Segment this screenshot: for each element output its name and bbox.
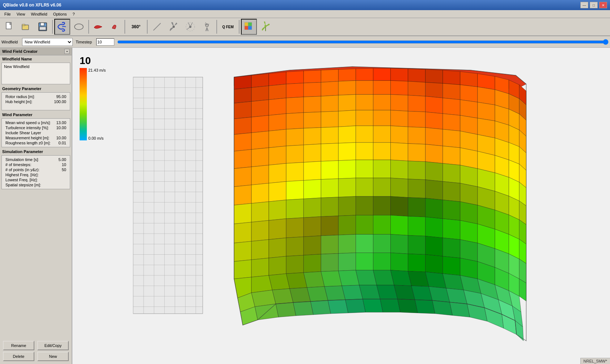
windfield-select[interactable]: New Windfield [22, 38, 73, 46]
status-bar: NREL_5MW* [580, 358, 610, 364]
delete-button[interactable]: Delete [3, 352, 34, 361]
svg-marker-68 [356, 68, 373, 81]
svg-marker-218 [460, 202, 478, 224]
svg-marker-253 [443, 238, 460, 258]
svg-marker-234 [425, 217, 443, 238]
new-file-button[interactable] [1, 19, 17, 35]
svg-marker-264 [321, 254, 338, 272]
svg-marker-191 [304, 179, 321, 199]
toolbar-separator-6 [239, 20, 240, 34]
svg-marker-279 [269, 274, 290, 290]
rotor-blade-button[interactable] [107, 19, 123, 35]
svg-marker-136 [286, 128, 304, 146]
airfoil-shape-button[interactable] [90, 19, 106, 35]
save-file-button[interactable] [35, 19, 51, 35]
svg-marker-268 [391, 253, 408, 271]
svg-marker-195 [373, 178, 390, 196]
svg-marker-187 [234, 185, 251, 205]
svg-marker-197 [408, 179, 425, 198]
svg-marker-298 [307, 287, 328, 301]
windfield-name-section-title: Windfield Name [0, 55, 72, 62]
menu-options[interactable]: Options [50, 11, 70, 17]
svg-marker-123 [373, 110, 390, 126]
menu-windfield[interactable]: Windfield [28, 11, 50, 17]
svg-marker-63 [269, 72, 286, 86]
svg-marker-171 [269, 164, 286, 183]
new-button[interactable]: New [37, 352, 69, 361]
svg-marker-182 [460, 165, 478, 187]
svg-marker-200 [460, 183, 478, 205]
svg-marker-122 [356, 110, 373, 126]
svg-marker-284 [356, 270, 377, 285]
svg-marker-111 [478, 102, 495, 121]
svg-marker-252 [425, 236, 443, 256]
panel-buttons: Rename Edit/Copy Delete New [0, 338, 72, 364]
svg-marker-315 [310, 300, 331, 314]
minimize-button[interactable]: — [580, 2, 588, 8]
svg-marker-124 [391, 110, 408, 127]
svg-marker-137 [304, 127, 321, 145]
airfoil-mode-button[interactable] [71, 19, 87, 35]
close-button[interactable]: ✕ [599, 2, 607, 8]
svg-point-6 [75, 24, 83, 30]
svg-marker-89 [408, 81, 425, 96]
svg-marker-169 [234, 167, 251, 187]
svg-rect-23 [248, 22, 252, 26]
wind-section-title: Wind Parameter [0, 111, 72, 118]
wind-section-box: Mean wind speed u [m/s]: 13.00 Turbulenc… [1, 118, 70, 147]
svg-marker-300 [342, 285, 363, 300]
svg-marker-70 [391, 68, 408, 81]
panel-close-button[interactable]: ▪ [64, 49, 69, 54]
timestep-input[interactable] [96, 38, 114, 46]
svg-marker-301 [359, 285, 380, 299]
viz-mode-button[interactable] [241, 19, 257, 35]
svg-marker-198 [425, 180, 443, 200]
color-scale: 10 21.43 m/s 0.00 m/s [80, 55, 106, 140]
svg-line-12 [187, 27, 190, 30]
360-button[interactable]: 360° [127, 19, 145, 35]
line-button[interactable] [149, 19, 165, 35]
svg-marker-175 [338, 160, 356, 179]
svg-rect-2 [22, 24, 25, 26]
viz-area: 10 21.43 m/s 0.00 m/s [72, 48, 610, 364]
toolbar-separator-3 [124, 20, 125, 34]
svg-marker-106 [391, 94, 408, 111]
svg-marker-110 [460, 100, 478, 118]
svg-marker-261 [269, 256, 286, 275]
svg-marker-296 [272, 289, 293, 304]
left-panel: Wind Field Creator ▪ Windfield Name New … [0, 48, 72, 364]
timestep-slider[interactable] [117, 39, 609, 45]
grid-face [133, 77, 203, 314]
turbine-button[interactable] [199, 19, 215, 35]
svg-marker-93 [478, 87, 495, 105]
svg-marker-254 [460, 240, 478, 262]
windfield-mode-button[interactable] [54, 19, 70, 35]
windfield-label: Windfield [1, 40, 18, 44]
menu-view[interactable]: View [14, 11, 28, 17]
svg-marker-199 [443, 182, 460, 202]
svg-marker-87 [373, 81, 390, 94]
svg-marker-241 [234, 241, 251, 262]
svg-marker-156 [321, 143, 338, 161]
rename-button[interactable]: Rename [3, 341, 34, 350]
wind-turbine-button[interactable] [258, 19, 274, 35]
svg-marker-231 [373, 215, 390, 234]
svg-marker-83 [304, 82, 321, 97]
menu-file[interactable]: File [1, 11, 14, 17]
edit-copy-button[interactable]: Edit/Copy [37, 341, 69, 350]
toolbar-separator-1 [52, 20, 53, 34]
svg-marker-86 [356, 81, 373, 94]
qfem-button[interactable]: Q FEM [219, 19, 237, 35]
maximize-button[interactable]: □ [590, 2, 598, 8]
title-bar: QBlade v0.8 on XFLR5 v6.06 — □ ✕ [0, 0, 610, 10]
main-layout: Wind Field Creator ▪ Windfield Name New … [0, 48, 610, 364]
open-file-button[interactable] [18, 19, 34, 35]
bem-button[interactable] [182, 19, 198, 35]
svg-marker-88 [391, 81, 408, 95]
prop-button[interactable] [166, 19, 182, 35]
svg-marker-74 [460, 72, 478, 87]
scale-container: 21.43 m/s 0.00 m/s [80, 68, 106, 140]
svg-marker-85 [338, 81, 356, 95]
svg-marker-270 [425, 254, 443, 274]
menu-help[interactable]: ? [70, 11, 78, 17]
